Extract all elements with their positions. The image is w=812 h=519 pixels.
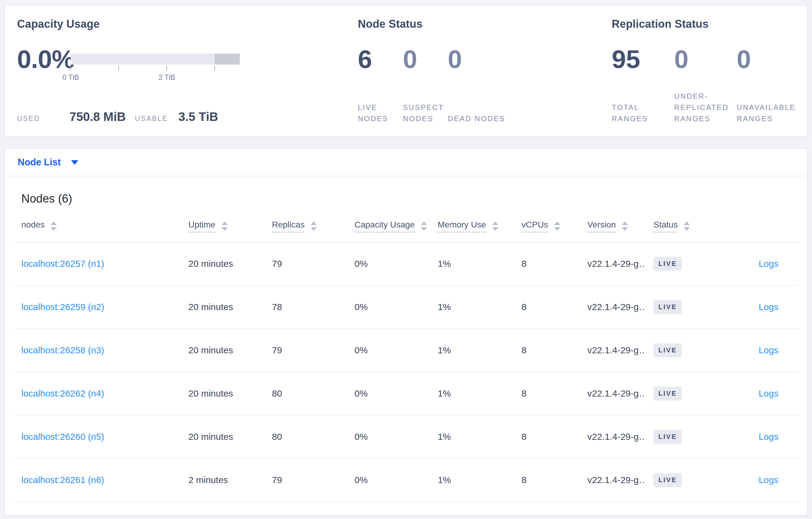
node-link[interactable]: localhost:26262 (n4) — [13, 388, 180, 399]
capacity-bar-dark-segment — [214, 54, 240, 65]
status-badge: LIVE — [654, 257, 682, 271]
sort-up-icon — [421, 221, 427, 225]
replicas-cell: 79 — [263, 475, 346, 485]
vcpus-cell: 8 — [513, 258, 579, 269]
stat-label: UNDER-REPLICATED RANGES — [674, 90, 737, 124]
memory-use-cell: 1% — [429, 258, 513, 269]
table-row: localhost:26257 (n1) 20 minutes 79 0% 1%… — [13, 242, 799, 286]
status-cell: LIVE — [645, 473, 718, 487]
stat-label: TOTAL RANGES — [612, 102, 674, 124]
replicas-cell: 80 — [263, 432, 346, 442]
logs-link[interactable]: Logs — [759, 345, 779, 355]
logs-cell: Logs — [718, 475, 799, 485]
sort-up-icon — [222, 221, 228, 225]
logs-link[interactable]: Logs — [759, 432, 779, 441]
node-table-header-row: nodes Uptime — [13, 210, 799, 242]
status-cell: LIVE — [645, 300, 718, 314]
column-header-label: vCPUs — [522, 220, 548, 233]
sort-down-icon — [421, 227, 427, 231]
usable-value: 3.5 TiB — [178, 110, 218, 124]
node-status-panel: Node Status 6 LIVE NODES 0 SUSPECT NODES… — [358, 5, 612, 136]
logs-cell: Logs — [718, 432, 799, 442]
logs-link[interactable]: Logs — [759, 302, 779, 312]
column-header[interactable]: nodes — [13, 220, 180, 233]
logs-cell: Logs — [718, 388, 799, 399]
status-cell: LIVE — [645, 343, 718, 357]
node-link[interactable]: localhost:26261 (n6) — [13, 475, 180, 485]
sort-down-icon — [622, 227, 628, 231]
status-badge: LIVE — [654, 343, 682, 357]
version-cell: v22.1.4-29-g… — [579, 388, 645, 399]
node-link[interactable]: localhost:26260 (n5) — [13, 432, 180, 442]
stat-column: 0 UNAVAILABLE RANGES — [737, 44, 803, 124]
stat-label: LIVE NODES — [358, 102, 403, 124]
replication-status-title: Replication Status — [612, 18, 709, 30]
replicas-cell: 79 — [263, 258, 346, 269]
stat-label: DEAD NODES — [448, 113, 513, 124]
replication-status-stats: 95 TOTAL RANGES 0 UNDER-REPLICATED RANGE… — [612, 44, 798, 124]
node-list-body: Nodes (6) nodes Uptime — [5, 192, 807, 502]
nodes-section-title: Nodes (6) — [21, 192, 799, 205]
uptime-cell: 20 minutes — [180, 432, 263, 442]
status-cell: LIVE — [645, 387, 718, 400]
replicas-cell: 79 — [263, 345, 346, 356]
capacity-usage-title: Capacity Usage — [17, 18, 100, 30]
node-list-dropdown[interactable]: Node List — [5, 149, 807, 176]
node-link[interactable]: localhost:26259 (n2) — [13, 302, 180, 312]
column-header[interactable]: Version — [579, 220, 645, 233]
stat-label: SUSPECT NODES — [403, 102, 451, 124]
status-badge: LIVE — [654, 300, 682, 314]
sort-down-icon — [684, 227, 690, 231]
memory-use-cell: 1% — [429, 388, 513, 399]
capacity-usage-panel: Capacity Usage 0.0% 0 TiB — [17, 5, 358, 136]
sort-down-icon — [222, 227, 228, 231]
logs-cell: Logs — [718, 302, 799, 312]
stat-label: UNAVAILABLE RANGES — [737, 102, 803, 124]
sort-down-icon — [51, 227, 57, 231]
version-cell: v22.1.4-29-g… — [579, 432, 645, 442]
stat-value: 0 — [674, 44, 689, 74]
sort-down-icon — [311, 227, 317, 231]
capacity-percent-value: 0.0% — [17, 44, 71, 74]
stat-column: 6 LIVE NODES — [358, 44, 403, 124]
uptime-cell: 20 minutes — [180, 388, 263, 399]
uptime-cell: 20 minutes — [180, 302, 263, 312]
version-cell: v22.1.4-29-g… — [579, 345, 645, 356]
capacity-bar-track — [71, 54, 240, 65]
column-header[interactable]: Uptime — [180, 220, 263, 233]
capacity-usage-cell: 0% — [346, 258, 429, 269]
sort-icon — [311, 221, 317, 231]
status-cell: LIVE — [645, 430, 718, 444]
column-header[interactable]: Status — [645, 220, 718, 233]
column-header[interactable]: vCPUs — [513, 220, 579, 233]
table-row: localhost:26260 (n5) 20 minutes 80 0% 1%… — [13, 416, 799, 459]
column-header[interactable]: Replicas — [263, 220, 346, 233]
column-header[interactable] — [718, 225, 799, 227]
version-cell: v22.1.4-29-g… — [579, 475, 645, 485]
stat-value: 95 — [612, 44, 640, 74]
version-cell: v22.1.4-29-g… — [579, 258, 645, 269]
logs-link[interactable]: Logs — [759, 258, 779, 269]
column-header-label: Uptime — [188, 220, 215, 233]
sort-down-icon — [492, 227, 498, 231]
sort-icon — [554, 221, 560, 231]
logs-link[interactable]: Logs — [759, 475, 779, 485]
column-header[interactable]: Capacity Usage — [346, 220, 429, 233]
table-row: localhost:26258 (n3) 20 minutes 79 0% 1%… — [13, 329, 799, 372]
sort-icon — [51, 221, 57, 231]
column-header[interactable]: Memory Use — [429, 220, 513, 233]
table-row: localhost:26261 (n6) 2 minutes 79 0% 1% … — [13, 459, 799, 502]
sort-up-icon — [622, 221, 628, 225]
node-link[interactable]: localhost:26257 (n1) — [13, 258, 180, 269]
axis-tick-mark — [118, 66, 119, 71]
sort-up-icon — [684, 221, 690, 225]
logs-cell: Logs — [718, 345, 799, 356]
stat-column: 0 SUSPECT NODES — [403, 44, 448, 124]
logs-link[interactable]: Logs — [759, 388, 779, 398]
capacity-usage-cell: 0% — [346, 432, 429, 442]
used-value: 750.8 MiB — [69, 110, 126, 124]
vcpus-cell: 8 — [513, 432, 579, 442]
node-link[interactable]: localhost:26258 (n3) — [13, 345, 180, 356]
column-header-label: Status — [654, 220, 677, 233]
sort-down-icon — [554, 227, 560, 231]
